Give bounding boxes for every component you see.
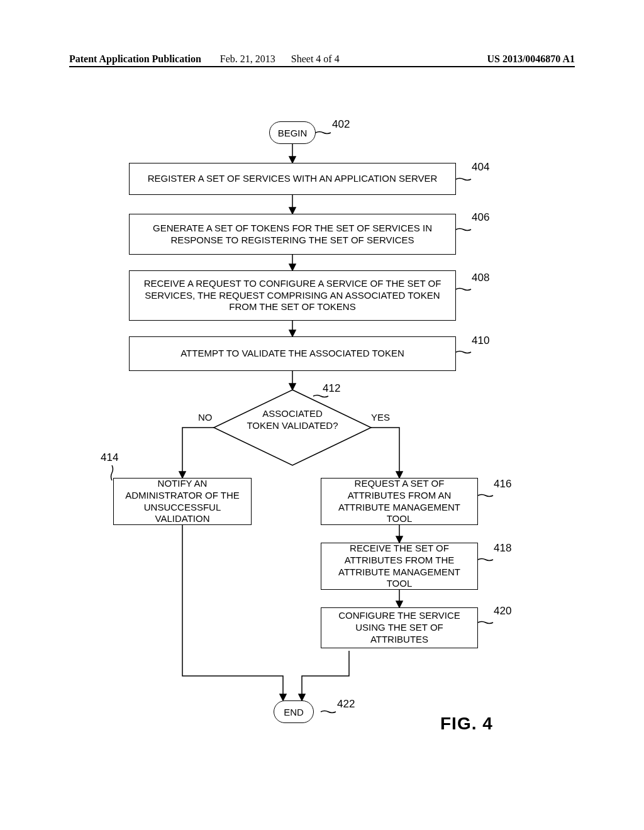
svg-marker-11 — [179, 472, 186, 478]
process-414: NOTIFY AN ADMINISTRATOR OF THE UNSUCCESS… — [113, 478, 252, 525]
svg-marker-3 — [289, 208, 296, 214]
process-404-text: REGISTER A SET OF SERVICES WITH AN APPLI… — [148, 173, 438, 185]
process-406-text: GENERATE A SET OF TOKENS FOR THE SET OF … — [135, 223, 450, 246]
process-404: REGISTER A SET OF SERVICES WITH AN APPLI… — [129, 163, 456, 195]
decision-412-text: ASSOCIATED TOKEN VALIDATED? — [245, 408, 340, 432]
ref-414: 414 — [101, 451, 118, 464]
ref-406: 406 — [472, 211, 489, 224]
svg-marker-5 — [289, 264, 296, 270]
terminator-end: END — [274, 700, 314, 723]
svg-marker-1 — [289, 157, 296, 163]
process-414-text: NOTIFY AN ADMINISTRATOR OF THE UNSUCCESS… — [119, 478, 246, 525]
ref-410: 410 — [472, 335, 489, 347]
process-420-text: CONFIGURE THE SERVICE USING THE SET OF A… — [326, 610, 472, 645]
process-418-text: RECEIVE THE SET OF ATTRIBUTES FROM THE A… — [326, 543, 472, 590]
ref-412: 412 — [323, 382, 340, 395]
yes-label: YES — [371, 412, 390, 423]
svg-marker-12 — [396, 472, 402, 478]
terminator-begin: BEGIN — [269, 121, 316, 144]
ref-404: 404 — [472, 161, 489, 174]
ref-408: 408 — [472, 272, 489, 284]
end-label: END — [284, 707, 304, 717]
process-408: RECEIVE A REQUEST TO CONFIGURE A SERVICE… — [129, 270, 456, 321]
svg-marker-7 — [289, 330, 296, 336]
process-410-text: ATTEMPT TO VALIDATE THE ASSOCIATED TOKEN — [180, 348, 404, 360]
process-408-text: RECEIVE A REQUEST TO CONFIGURE A SERVICE… — [135, 278, 450, 313]
process-418: RECEIVE THE SET OF ATTRIBUTES FROM THE A… — [321, 543, 478, 590]
ref-418: 418 — [494, 542, 511, 555]
ref-420: 420 — [494, 605, 511, 617]
svg-marker-14 — [396, 536, 402, 543]
process-416: REQUEST A SET OF ATTRIBUTES FROM AN ATTR… — [321, 478, 478, 525]
no-label: NO — [198, 412, 213, 423]
process-416-text: REQUEST A SET OF ATTRIBUTES FROM AN ATTR… — [326, 478, 472, 525]
ref-402: 402 — [332, 118, 350, 131]
ref-422: 422 — [337, 698, 355, 711]
svg-marker-16 — [396, 601, 402, 607]
process-406: GENERATE A SET OF TOKENS FOR THE SET OF … — [129, 214, 456, 255]
begin-label: BEGIN — [278, 128, 308, 138]
figure-caption: FIG. 4 — [440, 714, 493, 734]
ref-416: 416 — [494, 478, 511, 490]
svg-marker-17 — [299, 694, 305, 700]
process-420: CONFIGURE THE SERVICE USING THE SET OF A… — [321, 607, 478, 648]
page: Patent Application Publication Feb. 21, … — [0, 0, 644, 830]
svg-marker-9 — [289, 384, 296, 390]
svg-marker-18 — [280, 694, 286, 700]
process-410: ATTEMPT TO VALIDATE THE ASSOCIATED TOKEN — [129, 336, 456, 371]
